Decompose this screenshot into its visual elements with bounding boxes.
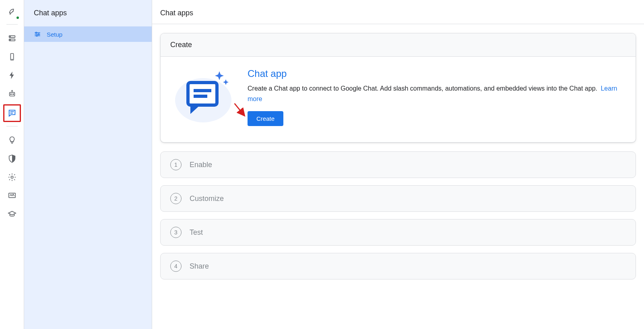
step-number: 1	[170, 159, 182, 170]
svg-point-10	[12, 90, 12, 91]
chat-icon	[8, 109, 17, 118]
shield-icon	[8, 154, 17, 163]
steps-list: 1 Enable 2 Customize 3 Test 4 Share	[160, 151, 636, 279]
main: Chat apps Create	[152, 0, 644, 329]
svg-point-19	[38, 34, 39, 35]
svg-point-13	[11, 176, 13, 178]
launch-icon	[8, 8, 17, 17]
side-panel: Chat apps Setup	[24, 0, 152, 329]
svg-rect-24	[194, 95, 207, 98]
rail-shield[interactable]	[4, 151, 20, 167]
step-test[interactable]: 3 Test	[160, 219, 636, 246]
create-button[interactable]: Create	[248, 111, 283, 126]
rail-launch[interactable]	[4, 4, 20, 20]
svg-rect-23	[194, 89, 211, 92]
rail-database[interactable]	[4, 30, 20, 46]
step-number: 3	[170, 227, 182, 238]
bolt-icon	[8, 71, 17, 80]
step-label: Enable	[190, 161, 212, 169]
left-rail	[0, 0, 24, 329]
create-card: Create	[160, 33, 636, 143]
main-header: Chat apps	[152, 0, 644, 24]
rail-chat[interactable]	[3, 104, 21, 122]
svg-point-7	[10, 94, 11, 95]
svg-point-20	[36, 35, 37, 36]
lightbulb-icon	[8, 136, 17, 145]
step-customize[interactable]: 2 Customize	[160, 185, 636, 212]
rail-divider	[6, 24, 18, 25]
svg-rect-22	[188, 83, 217, 105]
step-share[interactable]: 4 Share	[160, 253, 636, 279]
robot-icon	[8, 89, 17, 98]
svg-point-8	[12, 94, 13, 95]
chat-illustration-icon	[171, 68, 235, 124]
step-label: Share	[190, 262, 209, 271]
monitor-icon	[8, 191, 17, 200]
step-label: Test	[190, 228, 203, 237]
database-icon	[8, 34, 17, 43]
rail-gear[interactable]	[4, 169, 20, 185]
sliders-icon	[34, 31, 41, 38]
page-title: Chat apps	[160, 9, 636, 17]
rail-robot[interactable]	[4, 86, 20, 102]
step-number: 2	[170, 193, 182, 204]
step-label: Customize	[190, 195, 224, 203]
rail-lightbulb[interactable]	[4, 132, 20, 148]
svg-point-3	[10, 39, 10, 40]
card-title: Chat app	[248, 68, 626, 79]
panel-title: Chat apps	[24, 0, 152, 27]
graduation-icon	[8, 210, 17, 219]
step-number: 4	[170, 261, 182, 272]
rail-device[interactable]	[4, 49, 20, 65]
card-head: Create	[161, 33, 636, 57]
card-text: Chat app Create a Chat app to connect to…	[248, 68, 626, 126]
rail-divider-2	[6, 126, 18, 126]
svg-point-18	[36, 32, 37, 33]
rail-bolt[interactable]	[4, 67, 20, 83]
content: Create	[152, 24, 644, 296]
app-root: Chat apps Setup Chat apps Create	[0, 0, 644, 329]
card-illustration	[170, 68, 236, 124]
device-icon	[8, 52, 17, 61]
panel-item-setup[interactable]: Setup	[24, 27, 152, 42]
card-body: Chat app Create a Chat app to connect to…	[161, 57, 636, 142]
svg-point-2	[10, 36, 10, 37]
rail-monitor[interactable]	[4, 188, 20, 204]
gear-icon	[8, 173, 17, 182]
step-enable[interactable]: 1 Enable	[160, 151, 636, 178]
rail-graduation[interactable]	[4, 206, 20, 222]
panel-item-label: Setup	[47, 31, 62, 38]
card-description: Create a Chat app to connect to Google C…	[248, 83, 626, 104]
